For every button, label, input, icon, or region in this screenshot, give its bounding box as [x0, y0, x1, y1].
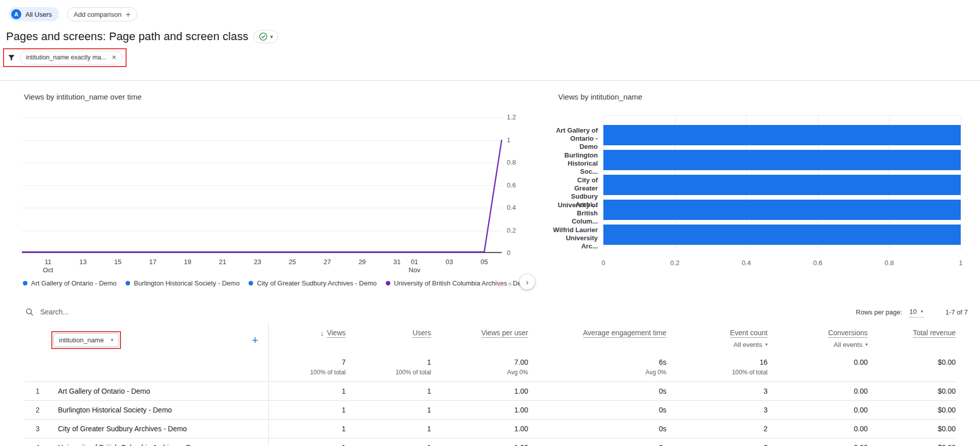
metric-cell: 1.00	[431, 420, 528, 438]
table-row[interactable]: 4University of British Columbia Archives…	[25, 438, 956, 446]
conversion-scope-select[interactable]: All events▾	[768, 341, 868, 348]
metric-cell: $0.00	[868, 401, 956, 419]
column-header-total-revenue[interactable]: Total revenue	[868, 322, 956, 354]
metric-cell: $0.00	[868, 382, 956, 400]
chevron-down-icon: ▾	[111, 338, 113, 342]
chevron-down-icon: ▾	[921, 309, 923, 314]
bar[interactable]	[603, 225, 961, 245]
add-comparison-button[interactable]: Add comparison +	[67, 7, 137, 21]
metric-cell: 0s	[528, 420, 666, 438]
bar-chart-row: BurlingtonHistorical Soc...	[553, 150, 963, 175]
x-tick-day: 03	[446, 258, 453, 266]
metric-value: 0.00	[854, 443, 868, 446]
table-toolbar: Rows per page: 10 ▾ 1-7 of 7	[0, 301, 980, 320]
column-header-users[interactable]: Users	[346, 322, 431, 354]
x-tick-day: 13	[79, 258, 86, 266]
legend-dot	[23, 281, 27, 285]
metric-cell: 1	[346, 420, 431, 438]
dimension-cell: 2Burlington Historical Society - Demo	[25, 401, 269, 419]
totals-cell: 16 100% of total	[666, 354, 768, 381]
bar-chart-row: City of GreaterSudbury Archi...	[553, 175, 963, 200]
metric-value: 1	[342, 387, 346, 395]
bar[interactable]	[603, 200, 961, 220]
bar-chart-row: Art Gallery ofOntario - Demo	[553, 125, 963, 150]
total-value: 0.00	[768, 358, 868, 367]
legend-dot	[249, 281, 253, 285]
search-input[interactable]	[40, 308, 193, 316]
metric-cell: $0.00	[868, 438, 956, 446]
column-header-views[interactable]: ↓Views	[269, 322, 346, 354]
metric-value: 1	[342, 406, 346, 414]
totals-cell: $0.00	[868, 354, 956, 381]
page-title: Pages and screens: Page path and screen …	[6, 30, 249, 43]
metric-value: 1.00	[514, 406, 528, 414]
table-row[interactable]: 2Burlington Historical Society - Demo111…	[25, 401, 956, 420]
total-subtext: 100% of total	[666, 369, 768, 376]
add-comparison-label: Add comparison	[74, 11, 121, 18]
event-scope-select[interactable]: All events▾	[666, 341, 768, 348]
dimension-cell: 4University of British Columbia Archives…	[25, 438, 269, 446]
metric-value: $0.00	[938, 387, 956, 395]
legend-item[interactable]: Burlington Historical Society - Demo	[126, 279, 239, 287]
detail-table-section: Rows per page: 10 ▾ 1-7 of 7 intitution_…	[0, 301, 980, 446]
pagination-controls: Rows per page: 10 ▾ 1-7 of 7	[856, 307, 968, 317]
metric-cell: 1	[346, 401, 431, 419]
metric-value: 1.00	[514, 443, 528, 446]
metric-value: 0s	[659, 425, 666, 433]
x-axis-label: 17	[149, 258, 156, 266]
metric-cell: 1.00	[431, 438, 528, 446]
x-tick-month: Nov	[409, 266, 420, 274]
bar-label-line: British Colum...	[553, 209, 598, 226]
row-number: 1	[33, 387, 42, 395]
bar[interactable]	[603, 175, 961, 195]
column-header-views-per-user[interactable]: Views per user	[431, 322, 528, 354]
table-search[interactable]	[25, 307, 193, 316]
filter-chip[interactable]: intitution_name exactly ma... ✕	[20, 51, 122, 65]
filter-icon[interactable]	[7, 53, 16, 62]
bar-label-line: City of Greater	[553, 176, 598, 193]
legend-item[interactable]: Art Gallery of Ontario - Demo	[23, 279, 116, 287]
line-chart-y-axis: 1.210.80.60.40.20	[507, 117, 533, 253]
dimension-selector[interactable]: intitution_name ▾	[53, 333, 119, 347]
all-users-chip[interactable]: A All Users	[9, 7, 59, 21]
table-totals-row: 7 100% of total 1 100% of total 7.00 Avg…	[25, 354, 956, 382]
search-icon	[25, 307, 34, 316]
metric-value: 0.00	[854, 387, 868, 395]
report-status-control[interactable]: ▾	[254, 30, 279, 43]
table-row[interactable]: 1Art Gallery of Ontario - Demo111.000s30…	[25, 382, 956, 401]
add-dimension-button[interactable]: +	[252, 335, 258, 346]
table-header-row: intitution_name ▾ + ↓Views Users Views p…	[25, 322, 956, 354]
metric-cell: 1.00	[431, 382, 528, 400]
total-subtext: 100% of total	[346, 369, 431, 376]
row-number: 4	[33, 443, 42, 446]
dimension-value[interactable]: Burlington Historical Society - Demo	[58, 406, 172, 414]
x-axis-label: 27	[323, 258, 330, 266]
chart-legend: Art Gallery of Ontario - DemoBurlington …	[23, 279, 531, 287]
x-axis-label: 01Nov	[409, 258, 420, 274]
dimension-value[interactable]: University of British Columbia Archives …	[58, 443, 205, 446]
metric-cell: 1	[269, 382, 346, 400]
bar-track	[603, 175, 961, 195]
rows-per-page-select[interactable]: 10 ▾	[908, 307, 924, 317]
x-axis-label: 23	[254, 258, 261, 266]
total-value: 1	[346, 358, 431, 367]
totals-dimension-cell	[25, 354, 269, 381]
bar-label-line: Wilfrid Laurier	[553, 226, 598, 234]
bar[interactable]	[603, 125, 961, 145]
close-icon[interactable]: ✕	[111, 54, 116, 61]
dimension-value[interactable]: Art Gallery of Ontario - Demo	[58, 387, 150, 395]
x-axis-label: 31	[393, 258, 401, 266]
table-row[interactable]: 3City of Greater Sudbury Archives - Demo…	[25, 420, 956, 438]
metric-value: 1	[427, 387, 431, 395]
metric-value: 1	[427, 443, 431, 446]
column-header-avg-engagement-time[interactable]: Average engagement time	[528, 322, 666, 354]
legend-next-button[interactable]: ›	[519, 274, 535, 290]
column-header-event-count[interactable]: Event count All events▾	[666, 322, 768, 354]
bar-label-line: University of	[558, 201, 598, 209]
legend-item[interactable]: City of Greater Sudbury Archives - Demo	[249, 279, 377, 287]
column-header-conversions[interactable]: Conversions All events▾	[768, 322, 868, 354]
bar[interactable]	[603, 150, 961, 170]
y-axis-label: 0.2	[507, 227, 516, 234]
metric-value: 0.00	[854, 425, 868, 433]
dimension-value[interactable]: City of Greater Sudbury Archives - Demo	[58, 425, 187, 433]
